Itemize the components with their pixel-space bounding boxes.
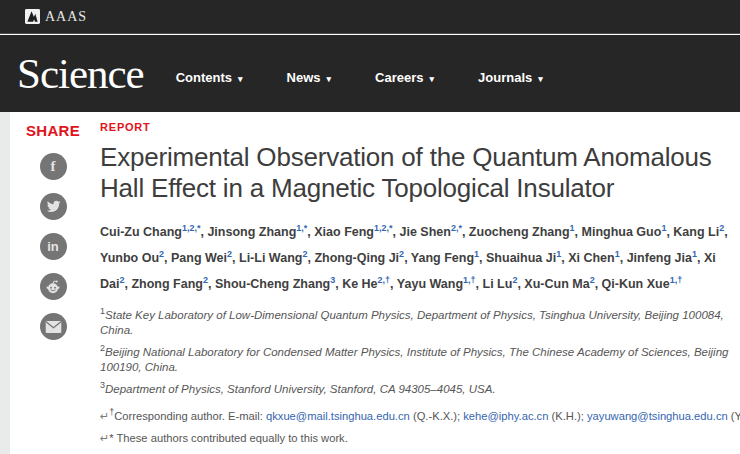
- facebook-share-button[interactable]: f: [40, 153, 67, 180]
- email-suffix: (K.H.);: [548, 410, 587, 422]
- left-gutter-strip: [0, 112, 10, 454]
- chevron-down-icon: ▾: [327, 74, 332, 84]
- author-separator: ,: [462, 225, 469, 239]
- author-separator: ,: [479, 251, 486, 265]
- corresponding-author-note: ↵†Corresponding author. E-mail: qkxue@ma…: [100, 405, 736, 423]
- science-logo-link[interactable]: Science: [17, 52, 144, 95]
- nav-item-news[interactable]: News▾: [287, 70, 332, 85]
- equal-contribution-note: ↵* These authors contributed equally to …: [100, 431, 736, 445]
- author-separator: ,: [164, 251, 171, 265]
- facebook-icon: f: [51, 159, 56, 174]
- reddit-share-button[interactable]: [40, 273, 67, 300]
- affiliation-text: Department of Physics, Stanford Universi…: [105, 383, 496, 395]
- author-separator: ,: [697, 251, 704, 265]
- author-name: Xu-Cun Ma: [524, 277, 589, 291]
- linkedin-share-button[interactable]: in: [40, 233, 67, 260]
- article-title: Experimental Observation of the Quantum …: [100, 142, 736, 204]
- back-reference-icon[interactable]: ↵: [100, 432, 109, 444]
- author-separator: ,: [620, 251, 627, 265]
- author-affiliation-sup[interactable]: 1,†: [670, 275, 683, 285]
- nav-item-contents[interactable]: Contents▾: [176, 70, 243, 85]
- author-name: Shuaihua Ji: [486, 251, 556, 265]
- author-separator: ,: [404, 251, 411, 265]
- affiliation-list: 1State Key Laboratory of Low-Dimensional…: [100, 304, 736, 396]
- aaas-logo-icon: [25, 9, 40, 24]
- author-name: Jie Shen: [399, 225, 450, 239]
- email-suffix: (Q.-K.X.);: [410, 410, 463, 422]
- author-affiliation-sup[interactable]: 1,2,*: [182, 223, 201, 233]
- author-name: Yang Feng: [411, 251, 474, 265]
- email-link[interactable]: yayuwang@tsinghua.edu.cn: [587, 410, 728, 422]
- author-name: Yunbo Ou: [100, 251, 159, 265]
- science-masthead: Science Contents▾News▾Careers▾Journals▾: [0, 35, 740, 112]
- author-separator: ,: [724, 225, 727, 239]
- author-separator: ,: [595, 277, 602, 291]
- nav-item-label: Careers: [375, 70, 423, 85]
- chevron-down-icon: ▾: [538, 74, 543, 84]
- nav-item-label: Journals: [478, 70, 532, 85]
- aaas-topbar: AAAS: [0, 0, 740, 34]
- email-link[interactable]: qkxue@mail.tsinghua.edu.cn: [266, 410, 410, 422]
- affiliation-item: 2Beijing National Laboratory for Condens…: [100, 341, 736, 375]
- share-icon-list: fin: [40, 153, 67, 340]
- author-name: Qi-Kun Xue: [602, 277, 670, 291]
- author-affiliation-sup[interactable]: 1,†: [463, 275, 476, 285]
- twitter-icon: [46, 199, 61, 214]
- chevron-down-icon: ▾: [430, 74, 435, 84]
- author-name: Shou-Cheng Zhang: [215, 277, 330, 291]
- chevron-down-icon: ▾: [238, 74, 243, 84]
- email-icon: [45, 320, 62, 334]
- author-name: Zuocheng Zhang: [469, 225, 570, 239]
- corresponding-prefix: Corresponding author. E-mail:: [114, 410, 266, 422]
- author-name: Jinfeng Jia: [627, 251, 692, 265]
- author-name: Ke He: [342, 277, 377, 291]
- author-separator: ,: [232, 251, 239, 265]
- nav-item-careers[interactable]: Careers▾: [375, 70, 434, 85]
- author-name: Pang Wei: [171, 251, 227, 265]
- author-name: Xiao Feng: [314, 225, 374, 239]
- article-type-kicker: REPORT: [100, 121, 736, 133]
- author-affiliation-sup[interactable]: 1,2,*: [374, 223, 393, 233]
- article-body: SHARE fin REPORT Experimental Observatio…: [0, 112, 740, 454]
- affiliation-item: 1State Key Laboratory of Low-Dimensional…: [100, 304, 736, 338]
- equal-note-text: These authors contributed equally to thi…: [114, 432, 348, 444]
- linkedin-icon: in: [47, 240, 59, 253]
- email-link[interactable]: kehe@iphy.ac.cn: [463, 410, 548, 422]
- author-name: Li-Li Wang: [239, 251, 302, 265]
- author-name: Cui-Zu Chang: [100, 225, 182, 239]
- article-column: REPORT Experimental Observation of the Q…: [100, 121, 736, 454]
- twitter-share-button[interactable]: [40, 193, 67, 220]
- author-name: Yayu Wang: [397, 277, 463, 291]
- author-affiliation-sup[interactable]: 2,*: [451, 223, 462, 233]
- nav-item-label: News: [287, 70, 321, 85]
- science-article-page: AAAS Science Contents▾News▾Careers▾Journ…: [0, 0, 740, 454]
- share-label: SHARE: [26, 122, 80, 139]
- aaas-logo-link[interactable]: AAAS: [25, 9, 87, 25]
- author-separator: ,: [208, 277, 215, 291]
- author-name: Jinsong Zhang: [207, 225, 296, 239]
- author-separator: ,: [476, 277, 483, 291]
- author-list: Cui-Zu Chang1,2,*, Jinsong Zhang1,*, Xia…: [100, 217, 736, 295]
- author-affiliation-sup[interactable]: 2,†: [378, 275, 391, 285]
- aaas-label: AAAS: [45, 9, 87, 25]
- author-name: Zhong Fang: [131, 277, 203, 291]
- author-name: Li Lu: [483, 277, 513, 291]
- affiliation-item: 3Department of Physics, Stanford Univers…: [100, 378, 736, 397]
- affiliation-text: State Key Laboratory of Low-Dimensional …: [100, 309, 724, 336]
- back-reference-icon[interactable]: ↵: [100, 410, 109, 422]
- nav-item-journals[interactable]: Journals▾: [478, 70, 543, 85]
- author-name: Zhong-Qing Ji: [314, 251, 399, 265]
- email-suffix: (Y.W.): [728, 410, 740, 422]
- share-column: SHARE fin: [26, 122, 80, 340]
- nav-item-label: Contents: [176, 70, 232, 85]
- author-name: Kang Li: [673, 225, 719, 239]
- author-name: Xi Chen: [568, 251, 615, 265]
- main-nav: Contents▾News▾Careers▾Journals▾: [176, 70, 587, 85]
- email-share-button[interactable]: [40, 313, 67, 340]
- author-name: Minghua Guo: [582, 225, 662, 239]
- reddit-icon: [45, 279, 61, 295]
- author-separator: ,: [390, 277, 397, 291]
- author-affiliation-sup[interactable]: 1,*: [296, 223, 307, 233]
- affiliation-text: Beijing National Laboratory for Condense…: [100, 346, 728, 373]
- author-separator: ,: [575, 225, 582, 239]
